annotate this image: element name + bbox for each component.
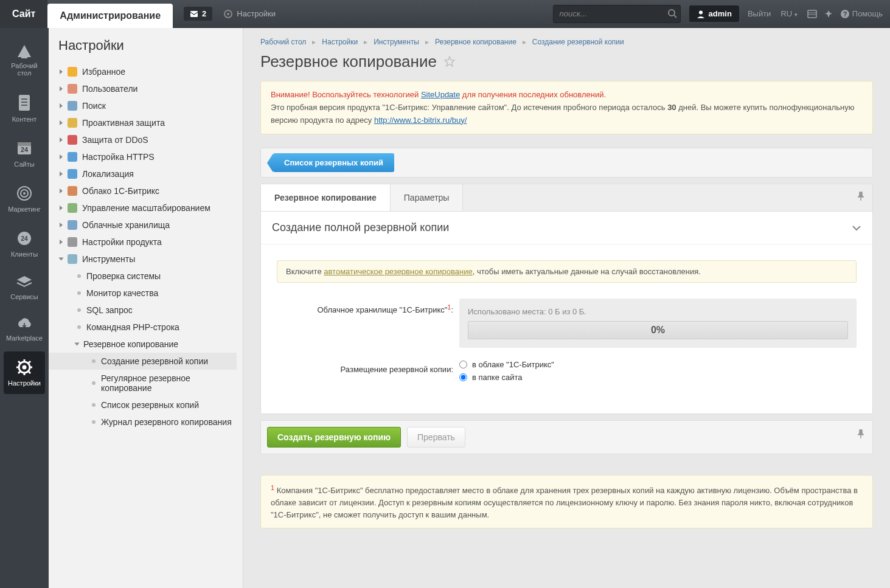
svg-line-29 <box>18 361 20 363</box>
panel-icon-button[interactable] <box>807 9 817 19</box>
tree-item-icon <box>68 67 77 77</box>
sidebar-item-clients[interactable]: 24 Клиенты <box>4 223 45 265</box>
tree-item-label: Регулярное резервное копирование <box>101 373 237 393</box>
tree-item[interactable]: Избранное <box>49 63 237 80</box>
pin-tabs[interactable] <box>857 192 865 203</box>
site-tab[interactable]: Сайт <box>0 0 47 28</box>
svg-line-32 <box>29 361 30 363</box>
calendar-icon: 24 <box>16 140 33 157</box>
sidebar-item-content[interactable]: Контент <box>4 86 45 130</box>
buy-link[interactable]: http://www.1c-bitrix.ru/buy/ <box>374 116 467 125</box>
tree-arrow-icon <box>60 103 63 108</box>
tree-dot-icon <box>77 325 81 329</box>
tree-title: Настройки <box>58 38 237 54</box>
tree-item-label: Локализация <box>82 169 134 179</box>
tabs: Резервное копирование Параметры <box>260 184 873 212</box>
tree-arrow-icon <box>60 69 63 74</box>
cancel-button[interactable]: Прервать <box>407 427 465 448</box>
tree-item[interactable]: Управление масштабированием <box>49 199 237 216</box>
sidebar-item-marketing[interactable]: Маркетинг <box>4 178 45 220</box>
pin-actions[interactable] <box>857 429 865 441</box>
pin-icon <box>857 192 865 201</box>
tree-item[interactable]: Защита от DDoS <box>49 131 237 148</box>
help-link[interactable]: ? Помощь <box>840 9 883 19</box>
create-backup-button[interactable]: Создать резервную копию <box>267 427 401 448</box>
sidebar-item-sites[interactable]: 24 Сайты <box>4 133 45 175</box>
breadcrumb-item[interactable]: Настройки <box>322 38 358 46</box>
tree-item-label: Поиск <box>82 101 106 111</box>
tree-item[interactable]: Монитор качества <box>49 285 237 302</box>
top-settings-link[interactable]: Настройки <box>223 9 276 19</box>
tree-item[interactable]: Командная PHP-строка <box>49 319 237 336</box>
tree-item[interactable]: Журнал резервного копирования <box>49 413 237 431</box>
tree-arrow-icon <box>60 189 63 193</box>
svg-text:?: ? <box>843 10 847 18</box>
tree-arrow-icon <box>60 137 63 142</box>
pin-icon-button[interactable] <box>824 10 833 18</box>
logout-link[interactable]: Выйти <box>748 9 771 18</box>
cloud-download-icon <box>15 317 33 331</box>
svg-point-3 <box>669 10 675 16</box>
autobackup-link[interactable]: автоматическое резервное копирование <box>324 267 473 276</box>
tree-item[interactable]: Создание резервной копии <box>49 353 237 370</box>
backup-list-button[interactable]: Список резервных копий <box>273 153 394 172</box>
search-input[interactable] <box>553 5 681 23</box>
tree-item-label: Монитор качества <box>86 288 158 298</box>
tree-arrow-icon <box>60 223 63 227</box>
tree-dot-icon <box>77 291 81 295</box>
tree-item-label: Список резервных копий <box>101 400 199 410</box>
tree-item[interactable]: Пользователи <box>49 80 237 97</box>
radio-site-folder-label[interactable]: в папке сайта <box>472 373 523 382</box>
tree-item[interactable]: Список резервных копий <box>49 396 237 413</box>
radio-cloud-label[interactable]: в облаке "1С-Битрикс" <box>472 360 554 369</box>
user-icon <box>697 10 705 18</box>
breadcrumb-sep: ▸ <box>523 38 526 46</box>
sidebar-label: Сервисы <box>10 293 38 300</box>
tree-item[interactable]: Облачные хранилища <box>49 216 237 233</box>
tree-dot-icon <box>77 274 81 278</box>
tree-item[interactable]: Инструменты <box>49 251 237 268</box>
sidebar-item-desktop[interactable]: Рабочий стол <box>4 35 45 84</box>
tree-item[interactable]: Проактивная защита <box>49 114 237 131</box>
tab-backup[interactable]: Резервное копирование <box>261 184 391 211</box>
tree-item[interactable]: Проверка системы <box>49 268 237 285</box>
chevron-down-icon[interactable] <box>852 225 861 231</box>
tree-item[interactable]: Настройка HTTPS <box>49 148 237 165</box>
tree-item-label: Журнал резервного копирования <box>101 417 232 427</box>
sidebar-item-marketplace[interactable]: Marketplace <box>4 310 45 349</box>
svg-point-20 <box>23 192 26 195</box>
siteupdate-link[interactable]: SiteUpdate <box>421 90 460 99</box>
tree-item[interactable]: SQL запрос <box>49 302 237 319</box>
tree-item[interactable]: Локализация <box>49 165 237 182</box>
breadcrumb-item[interactable]: Рабочий стол <box>260 38 306 46</box>
storage-used-text: Использовано места: 0 Б из 0 Б. <box>468 307 848 316</box>
sidebar-label: Клиенты <box>11 251 38 258</box>
tree-item[interactable]: Настройки продукта <box>49 233 237 251</box>
user-button[interactable]: admin <box>689 5 739 22</box>
tree-item-icon <box>68 135 77 145</box>
layers-icon <box>16 275 33 289</box>
breadcrumb-item[interactable]: Инструменты <box>374 38 419 46</box>
tree-item-label: Избранное <box>82 67 125 77</box>
tree-item[interactable]: Регулярное резервное копирование <box>49 370 237 396</box>
admin-tab[interactable]: Администрирование <box>47 4 173 28</box>
tree-item[interactable]: Облако 1С-Битрикс <box>49 182 237 199</box>
tree-item[interactable]: Поиск <box>49 97 237 114</box>
tab-params[interactable]: Параметры <box>391 184 464 211</box>
lang-switch[interactable]: RU ▾ <box>780 9 797 18</box>
tree-item-label: SQL запрос <box>86 305 133 315</box>
clock-icon: 24 <box>16 230 33 247</box>
breadcrumb-item[interactable]: Создание резервной копии <box>532 38 624 46</box>
tree-item[interactable]: Резервное копирование <box>49 336 237 353</box>
breadcrumb-item[interactable]: Резервное копирование <box>435 38 516 46</box>
target-icon <box>16 185 33 202</box>
search-button[interactable] <box>667 9 677 20</box>
sidebar-item-services[interactable]: Сервисы <box>4 268 45 308</box>
favorite-star[interactable] <box>444 52 455 71</box>
radio-site-folder[interactable] <box>459 373 467 381</box>
notifications-button[interactable]: 2 <box>184 7 212 21</box>
autobackup-hint: Включите автоматическое резервное копиро… <box>277 260 857 283</box>
radio-cloud[interactable] <box>459 361 467 368</box>
svg-rect-6 <box>808 10 816 18</box>
sidebar-item-settings[interactable]: Настройки <box>4 351 45 394</box>
